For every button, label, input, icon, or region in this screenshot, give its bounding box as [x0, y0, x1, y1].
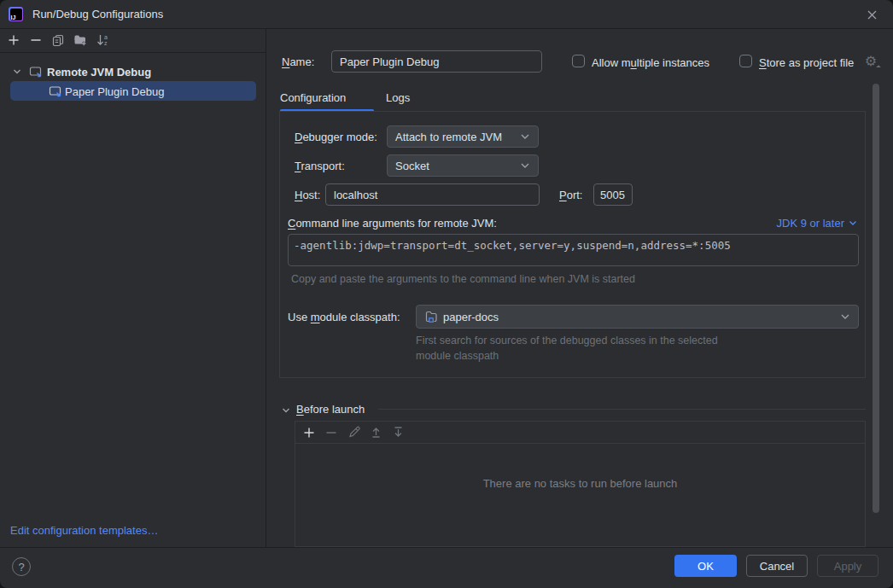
- move-up-button[interactable]: [369, 426, 382, 440]
- close-button[interactable]: [861, 6, 883, 23]
- module-hint-line2: module classpath: [416, 350, 499, 362]
- remove-task-button[interactable]: [324, 426, 338, 440]
- remove-icon: [30, 34, 42, 46]
- remove-configuration-button[interactable]: [29, 33, 43, 47]
- chevron-down-icon: [849, 220, 857, 226]
- module-classpath-label: Use module classpath:: [288, 311, 400, 323]
- add-icon: [8, 34, 20, 46]
- new-folder-button[interactable]: [73, 33, 87, 47]
- add-configuration-button[interactable]: [7, 33, 20, 47]
- module-icon: [424, 310, 438, 323]
- port-input[interactable]: [593, 183, 633, 206]
- host-label: Host:: [295, 189, 320, 201]
- module-hint-line1: First search for sources of the debugged…: [416, 335, 718, 346]
- sidebar-toolbar: a z: [0, 28, 266, 53]
- move-up-icon: [370, 426, 382, 439]
- apply-button: Apply: [817, 555, 878, 577]
- copy-configuration-button[interactable]: [51, 33, 65, 47]
- before-launch-empty-text: There are no tasks to run before launch: [295, 477, 866, 490]
- host-input[interactable]: [325, 183, 540, 206]
- svg-text:a: a: [104, 34, 108, 40]
- before-launch-rule: [378, 409, 866, 410]
- app-logo: IJ: [9, 7, 23, 21]
- allow-multiple-checkbox[interactable]: [572, 55, 585, 67]
- tab-configuration[interactable]: Configuration: [280, 91, 346, 104]
- module-classpath-select[interactable]: paper-docs: [416, 305, 859, 329]
- chevron-down-icon: [840, 313, 850, 320]
- name-input[interactable]: [331, 50, 542, 73]
- new-folder-icon: [73, 33, 87, 47]
- pencil-icon: [347, 426, 360, 439]
- tree-item-icon: [49, 84, 62, 98]
- run-debug-configurations-dialog: IJ Run/Debug Configurations: [0, 0, 893, 588]
- app-logo-text: IJ: [11, 15, 16, 20]
- jdk-version-value: JDK 9 or later: [777, 217, 844, 230]
- add-icon: [303, 427, 315, 439]
- cmdline-label: Command line arguments for remote JVM:: [288, 217, 497, 230]
- tree-group-icon: [29, 65, 43, 79]
- tab-logs[interactable]: Logs: [386, 91, 410, 104]
- cancel-button[interactable]: Cancel: [746, 555, 808, 577]
- add-task-button[interactable]: [302, 426, 316, 440]
- store-project-checkbox[interactable]: [739, 55, 752, 67]
- port-label: Port:: [559, 189, 582, 201]
- ok-button[interactable]: OK: [674, 555, 737, 577]
- transport-label: Transport:: [295, 160, 345, 172]
- sort-alphabetically-icon: a z: [96, 33, 109, 47]
- store-project-label[interactable]: Store as project file: [759, 56, 854, 69]
- tree-item-label[interactable]: Paper Plugin Debug: [65, 85, 164, 98]
- help-button[interactable]: ?: [12, 557, 31, 576]
- allow-multiple-label[interactable]: Allow multiple instances: [592, 56, 709, 69]
- name-label: Name:: [282, 55, 314, 68]
- transport-value: Socket: [395, 160, 520, 172]
- module-classpath-value: paper-docs: [443, 311, 835, 323]
- edit-task-button[interactable]: [347, 426, 360, 440]
- scrollbar-thumb[interactable]: [873, 84, 879, 513]
- before-launch-label[interactable]: Before launch: [296, 403, 365, 416]
- move-down-button[interactable]: [391, 426, 405, 440]
- chevron-down-icon: [520, 162, 530, 169]
- copy-icon: [51, 33, 65, 47]
- debugger-mode-label: Debugger mode:: [295, 131, 377, 143]
- debugger-mode-value: Attach to remote JVM: [395, 131, 520, 143]
- before-launch-expander-icon[interactable]: [281, 405, 291, 416]
- debugger-mode-select[interactable]: Attach to remote JVM: [387, 125, 539, 148]
- jdk-version-select[interactable]: JDK 9 or later: [751, 217, 857, 230]
- transport-select[interactable]: Socket: [387, 154, 539, 177]
- title-bar: IJ Run/Debug Configurations: [0, 0, 893, 29]
- store-settings-gear-icon[interactable]: ⚙: [862, 53, 879, 70]
- cmdline-value: -agentlib:jdwp=transport=dt_socket,serve…: [294, 239, 731, 252]
- close-icon: [867, 9, 878, 20]
- edit-templates-link[interactable]: Edit configuration templates…: [10, 524, 158, 537]
- dialog-title: Run/Debug Configurations: [32, 8, 163, 20]
- help-icon: ?: [18, 561, 24, 573]
- cmdline-hint: Copy and paste the arguments to the comm…: [291, 273, 635, 285]
- before-launch-toolbar: [295, 422, 865, 444]
- svg-text:z: z: [104, 40, 108, 46]
- tree-expander-icon[interactable]: [12, 67, 22, 77]
- sort-configurations-button[interactable]: a z: [96, 33, 109, 47]
- tree-group-label[interactable]: Remote JVM Debug: [47, 66, 151, 79]
- move-down-icon: [392, 426, 405, 439]
- chevron-down-icon: [520, 133, 530, 140]
- remove-icon: [325, 427, 337, 439]
- sidebar-divider: [266, 28, 266, 547]
